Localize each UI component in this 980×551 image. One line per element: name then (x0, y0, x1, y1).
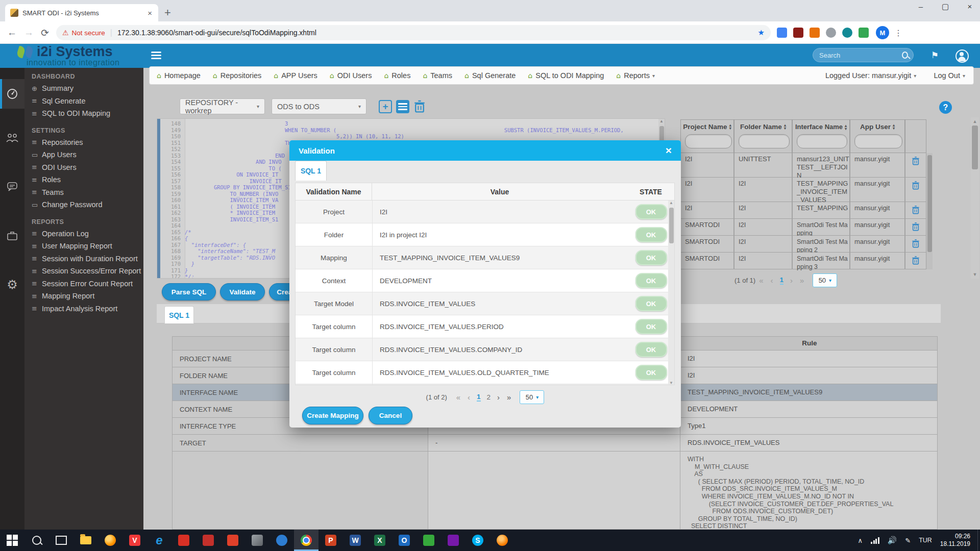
not-secure-warning-icon[interactable]: ⚠ (62, 29, 69, 37)
cell-app-user[interactable]: mansur.yigit (850, 202, 905, 219)
dialog-tab-sql1[interactable]: SQL 1 (295, 161, 327, 181)
paginator-page-1[interactable]: 1 (780, 276, 784, 285)
nav-reports[interactable]: ⌂Reports▾ (616, 71, 655, 80)
app-orange-icon[interactable] (490, 530, 514, 551)
cell-folder[interactable]: I2I (734, 202, 792, 219)
pen-icon[interactable]: ✎ (905, 537, 911, 544)
cell-folder[interactable]: I2I (734, 219, 792, 236)
scroll-down-icon[interactable]: ▼ (668, 381, 674, 385)
cell-project[interactable]: I2I (680, 153, 734, 178)
scroll-up-icon[interactable]: ▲ (658, 119, 665, 123)
search-input[interactable] (818, 51, 902, 60)
taskbar-clock[interactable]: 09:26 18.11.2019 (940, 533, 970, 548)
validate-button[interactable]: Validate (220, 283, 265, 300)
dialog-create-mapping-button[interactable]: Create Mapping (302, 407, 363, 424)
cell-interface[interactable]: SmartOdi Test Mapping 2 (792, 236, 850, 253)
paginator-last-icon[interactable]: » (507, 393, 511, 402)
app-red-3-icon[interactable] (220, 530, 245, 551)
filter-input-folder[interactable] (739, 134, 790, 148)
cell-app-user[interactable]: mansur.yigit (850, 236, 905, 253)
rail-dashboard-icon[interactable] (0, 79, 24, 109)
language-indicator[interactable]: TUR (919, 537, 932, 544)
rail-users-icon[interactable] (0, 123, 24, 153)
sidebar-item-change-password[interactable]: ▭Change Password (32, 198, 143, 211)
paginator-page-1[interactable]: 1 (477, 393, 481, 402)
extension-gray-icon[interactable] (826, 28, 836, 38)
cell-folder[interactable]: I2I (734, 236, 792, 253)
powerpoint-icon[interactable]: P (318, 530, 343, 551)
cell-project[interactable]: I2I (680, 178, 734, 202)
nav-teams[interactable]: ⌂Teams (423, 71, 452, 80)
scroll-down-icon[interactable]: ▼ (971, 272, 979, 277)
nav-odi-users[interactable]: ⌂ODI Users (330, 71, 372, 80)
header-search[interactable] (813, 48, 914, 62)
sidebar-item-odi-users[interactable]: ≡ODI Users (32, 161, 143, 174)
logged-user-menu[interactable]: Logged User: mansur.yigit▾ (825, 71, 916, 80)
network-icon[interactable] (871, 537, 879, 544)
paginator-last-icon[interactable]: » (800, 276, 804, 285)
sidebar-item-session-success-error-report[interactable]: ≡Session Success/Error Report (32, 265, 143, 278)
col-header-app-user[interactable]: App User▴▾ (850, 119, 905, 153)
sidebar-item-user-mapping-report[interactable]: ≡User Mapping Report (32, 240, 143, 253)
task-view-icon[interactable] (49, 530, 74, 551)
parse-sql-button[interactable]: Parse SQL (162, 283, 216, 300)
file-explorer-icon[interactable] (74, 530, 98, 551)
app-purple-icon[interactable] (441, 530, 465, 551)
app-gray-icon[interactable] (245, 530, 270, 551)
sidebar-item-teams[interactable]: ≡Teams (32, 186, 143, 199)
tab-sql1[interactable]: SQL 1 (164, 306, 194, 323)
rail-chat-icon[interactable] (0, 172, 24, 202)
col-header-project-name[interactable]: Project Name▴▾ (680, 119, 734, 153)
cell-app-user[interactable]: mansur.yigit (850, 153, 905, 178)
paginator-page-2[interactable]: 2 (487, 393, 491, 401)
cell-app-user[interactable]: mansur.yigit (850, 219, 905, 236)
app-red-2-icon[interactable] (196, 530, 220, 551)
show-desktop-button[interactable] (977, 530, 980, 551)
mapping-type-select[interactable]: ODS to ODS▾ (272, 98, 366, 114)
excel-icon[interactable]: X (368, 530, 392, 551)
scroll-up-icon[interactable]: ▲ (668, 201, 674, 205)
extension-orange-icon[interactable] (810, 28, 820, 38)
repository-select[interactable]: REPOSITORY - workrep▾ (180, 98, 265, 114)
cell-folder[interactable]: I2I (734, 178, 792, 202)
search-icon[interactable] (902, 52, 908, 59)
rail-settings-gear-icon[interactable]: ⚙ (0, 270, 24, 299)
flag-icon[interactable]: ⚑ (931, 50, 939, 60)
sidebar-toggle-icon[interactable] (151, 52, 161, 61)
cell-delete[interactable] (905, 253, 926, 269)
vivaldi-icon[interactable]: V (122, 530, 147, 551)
col-validation-name[interactable]: Validation Name (296, 183, 372, 201)
dialog-header[interactable]: Validation × (289, 140, 681, 161)
browser-menu-icon[interactable]: ⋮ (894, 28, 903, 38)
detail-list-icon[interactable] (396, 100, 409, 113)
taskbar-search-icon[interactable] (24, 530, 49, 551)
filter-input-interface[interactable] (797, 134, 847, 148)
cell-interface[interactable]: SmartOdi Test Mapping (792, 219, 850, 236)
sidebar-item-mapping-report[interactable]: ≡Mapping Report (32, 290, 143, 303)
filter-input-project[interactable] (685, 134, 732, 148)
sidebar-item-app-users[interactable]: ▭App Users (32, 148, 143, 161)
cell-delete[interactable] (905, 153, 926, 178)
account-icon[interactable] (955, 49, 969, 63)
back-icon[interactable]: ← (7, 27, 17, 38)
word-icon[interactable]: W (343, 530, 368, 551)
app-green-icon[interactable] (416, 530, 441, 551)
app-red-1-icon[interactable] (172, 530, 196, 551)
cell-delete[interactable] (905, 202, 926, 219)
scroll-up-icon[interactable]: ▲ (971, 117, 979, 124)
sort-icon[interactable]: ▴▾ (784, 124, 786, 130)
col-value[interactable]: Value (372, 183, 627, 201)
extension-teal-icon[interactable] (842, 28, 852, 38)
paginator-prev-icon[interactable]: ‹ (771, 276, 773, 285)
sort-icon[interactable]: ▴▾ (729, 124, 731, 130)
cell-app-user[interactable]: mansur.yigit (850, 178, 905, 202)
window-minimize-button[interactable]: – (912, 2, 930, 11)
nav-homepage[interactable]: ⌂Homepage (157, 71, 201, 80)
help-icon[interactable]: ? (939, 101, 952, 114)
cell-app-user[interactable]: mansur.yigit (850, 253, 905, 269)
cell-folder[interactable]: UNITTEST (734, 153, 792, 178)
sort-icon[interactable]: ▴▾ (845, 124, 847, 131)
nav-sql-to-odi-mapping[interactable]: ⌂SQL to ODI Mapping (528, 71, 604, 80)
validation-table-scrollbar[interactable]: ▲ ▼ (668, 201, 674, 385)
nav-sql-generate[interactable]: ⌂Sql Generate (464, 71, 516, 80)
